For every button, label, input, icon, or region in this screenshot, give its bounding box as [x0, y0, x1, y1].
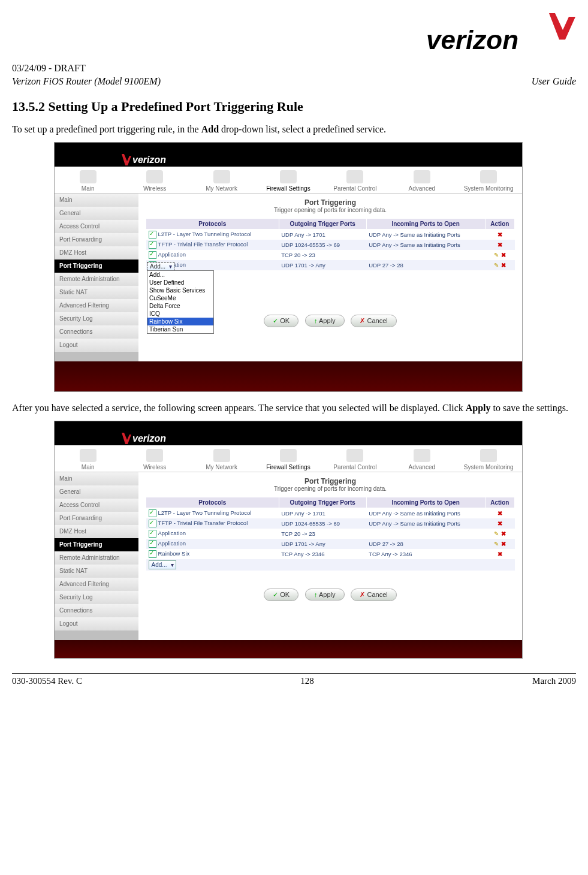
checkbox[interactable] [149, 530, 156, 538]
top-nav: MainWirelessMy NetworkFirewall SettingsP… [55, 445, 522, 472]
sidebar-item[interactable]: Main [55, 472, 138, 485]
add-dropdown[interactable]: Add... [149, 560, 176, 569]
nav-item[interactable]: Parental Control [322, 170, 388, 192]
sidebar-item[interactable]: Advanced Filtering [55, 299, 138, 312]
dropdown-option[interactable]: Add... [147, 271, 213, 279]
nav-item[interactable]: My Network [188, 449, 255, 470]
delete-icon[interactable]: ✖ [497, 242, 502, 248]
sidebar-item[interactable]: Security Log [55, 312, 138, 325]
sidebar-item[interactable]: Security Log [55, 591, 138, 604]
delete-icon[interactable]: ✖ [501, 530, 506, 537]
dropdown-option[interactable]: Show Basic Services [147, 286, 213, 294]
add-dropdown[interactable]: Add... [147, 262, 174, 271]
nav-item[interactable]: Wireless [121, 449, 188, 470]
table-row: L2TP - Layer Two Tunneling ProtocolUDP A… [146, 508, 515, 519]
draft-date: 03/24/09 - DRAFT [12, 63, 576, 74]
column-header: Incoming Ports to Open [366, 497, 485, 508]
footer-right: March 2009 [532, 676, 576, 686]
sidebar-item[interactable]: Connections [55, 604, 138, 617]
sidebar-item[interactable]: DMZ Host [55, 525, 138, 538]
checkbox[interactable] [149, 241, 156, 249]
sidebar-item[interactable]: Remote Administration [55, 551, 138, 565]
delete-icon[interactable]: ✖ [497, 510, 502, 517]
nav-item[interactable]: My Network [188, 170, 255, 192]
edit-icon[interactable]: ✎ [494, 262, 499, 268]
sidebar-item[interactable]: Remote Administration [55, 273, 138, 286]
sidebar-item[interactable]: Port Forwarding [55, 233, 138, 246]
sidebar-item[interactable]: Logout [55, 617, 138, 630]
doc-type: User Guide [532, 76, 576, 87]
checkbox[interactable] [149, 540, 156, 548]
edit-icon[interactable]: ✎ [494, 541, 499, 547]
checkbox[interactable] [149, 231, 156, 239]
verizon-logo-small: verizon [120, 432, 166, 445]
nav-item[interactable]: System Monitoring [456, 449, 522, 470]
dropdown-option[interactable]: ICQ [147, 310, 213, 318]
sidebar-item[interactable]: Advanced Filtering [55, 578, 138, 591]
svg-text:verizon: verizon [426, 25, 518, 55]
paragraph-2: After you have selected a service, the f… [12, 403, 576, 414]
verizon-logo: verizon [426, 12, 576, 59]
verizon-logo-small: verizon [120, 153, 166, 167]
edit-icon[interactable]: ✎ [494, 530, 499, 537]
ok-button[interactable]: ✓ OK [264, 589, 298, 601]
nav-item[interactable]: Firewall Settings [255, 170, 321, 192]
table-row: ApplicationTCP 20 -> 23✎✖ [146, 250, 515, 260]
delete-icon[interactable]: ✖ [497, 551, 502, 557]
apply-button[interactable]: ↑ Apply [305, 315, 344, 327]
dropdown-option[interactable]: CuSeeMe [147, 294, 213, 302]
checkbox[interactable] [149, 520, 156, 527]
nav-item[interactable]: Firewall Settings [255, 449, 321, 470]
section-heading: 13.5.2 Setting Up a Predefined Port Trig… [12, 99, 576, 114]
nav-item[interactable]: Wireless [121, 170, 188, 192]
dropdown-option[interactable]: Rainbow Six [147, 318, 213, 325]
nav-item[interactable]: System Monitoring [456, 170, 522, 192]
page-subtitle: Trigger opening of ports for incoming da… [146, 207, 515, 213]
column-header: Outgoing Trigger Ports [279, 219, 366, 230]
delete-icon[interactable]: ✖ [501, 262, 506, 268]
checkbox[interactable] [149, 251, 156, 259]
dropdown-option[interactable]: User Defined [147, 279, 213, 286]
screenshot-2: verizon MainWirelessMy NetworkFirewall S… [54, 421, 523, 659]
sidebar-item[interactable]: Port Forwarding [55, 512, 138, 525]
delete-icon[interactable]: ✖ [501, 252, 506, 258]
column-header: Action [485, 497, 514, 508]
nav-item[interactable]: Advanced [388, 170, 455, 192]
cancel-button[interactable]: ✗ Cancel [351, 315, 396, 327]
sidebar-item[interactable]: Static NAT [55, 565, 138, 578]
nav-item[interactable]: Main [55, 170, 121, 192]
sidebar-item[interactable]: General [55, 485, 138, 499]
sidebar-item[interactable]: Static NAT [55, 286, 138, 299]
nav-item[interactable]: Advanced [388, 449, 455, 470]
sidebar-item[interactable]: Main [55, 194, 138, 207]
sidebar-item[interactable]: General [55, 207, 138, 220]
sidebar-item[interactable]: Access Control [55, 220, 138, 233]
sidebar-item[interactable]: Logout [55, 339, 138, 352]
checkbox[interactable] [149, 509, 156, 517]
delete-icon[interactable]: ✖ [501, 541, 506, 547]
add-dropdown-list[interactable]: Add...User DefinedShow Basic ServicesCuS… [147, 270, 214, 334]
column-header: Action [485, 219, 514, 230]
sidebar-item[interactable]: Connections [55, 325, 138, 339]
page-title: Port Triggering [146, 198, 515, 207]
cancel-button[interactable]: ✗ Cancel [351, 589, 396, 601]
dropdown-option[interactable]: Tiberian Sun [147, 325, 213, 333]
screenshot-1: verizon MainWirelessMy NetworkFirewall S… [54, 142, 523, 392]
sidebar-item[interactable]: Port Triggering [55, 538, 138, 551]
nav-item[interactable]: Parental Control [322, 449, 388, 470]
delete-icon[interactable]: ✖ [497, 231, 502, 238]
apply-button[interactable]: ↑ Apply [305, 589, 344, 601]
nav-item[interactable]: Main [55, 449, 121, 470]
table-row: TFTP - Trivial File Transfer ProtocolUDP… [146, 518, 515, 529]
checkbox[interactable] [149, 550, 156, 558]
sidebar-item[interactable]: Port Triggering [55, 260, 138, 273]
column-header: Incoming Ports to Open [366, 219, 485, 230]
ok-button[interactable]: ✓ OK [264, 315, 298, 327]
edit-icon[interactable]: ✎ [494, 252, 499, 258]
sidebar-item[interactable]: Access Control [55, 499, 138, 512]
sidebar-item[interactable]: DMZ Host [55, 246, 138, 260]
delete-icon[interactable]: ✖ [497, 520, 502, 527]
sidebar: MainGeneralAccess ControlPort Forwarding… [55, 472, 138, 640]
dropdown-option[interactable]: Delta Force [147, 302, 213, 310]
table-row: ApplicationTCP 20 -> 23✎✖ [146, 529, 515, 539]
